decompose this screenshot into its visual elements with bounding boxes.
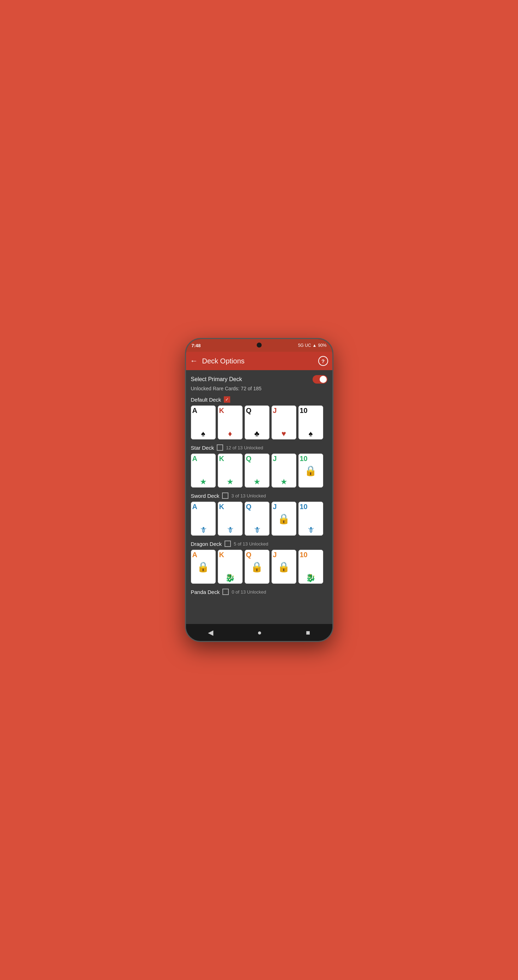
toggle-knob [320, 376, 327, 383]
page-title: Deck Options [202, 357, 318, 365]
deck-checkbox-2[interactable] [222, 493, 228, 499]
deck-header-3: Dragon Deck5 of 13 Unlocked [191, 541, 327, 547]
card-suit-0-3: ♥ [281, 430, 286, 438]
card-1-3[interactable]: J★ [271, 453, 296, 487]
card-rank-1-1: K [219, 455, 241, 462]
lock-icon-3-0: 🔒 [197, 561, 209, 573]
deck-name-1: Star Deck [191, 445, 214, 451]
battery-icon: 90% [318, 343, 326, 348]
card-suit-1-2: ★ [253, 478, 261, 486]
card-locked-overlay-3-2: 🔒 [245, 550, 269, 583]
card-1-0[interactable]: A★ [191, 453, 216, 487]
card-2-4[interactable]: 10🗡 [298, 502, 323, 536]
card-2-0[interactable]: A🗡 [191, 502, 216, 536]
power-button[interactable] [332, 382, 333, 396]
help-button[interactable]: ? [318, 356, 328, 366]
network-icon: 5G UC [298, 343, 311, 348]
card-3-3[interactable]: J🔒 [271, 550, 296, 584]
status-bar: 7:48 5G UC ▲ 90% [186, 339, 332, 352]
card-rank-1-0: A [192, 455, 214, 462]
deck-checkbox-1[interactable] [217, 444, 223, 451]
camera-notch [257, 342, 261, 347]
deck-header-1: Star Deck12 of 13 Unlocked [191, 444, 327, 451]
lock-icon-3-2: 🔒 [251, 561, 263, 573]
lock-icon-1-4: 🔒 [304, 465, 317, 477]
deck-checkbox-4[interactable] [222, 589, 229, 595]
app-bar: ← Deck Options ? [186, 352, 332, 370]
card-locked-overlay-2-3: 🔒 [272, 502, 296, 535]
card-0-0[interactable]: A♠ [191, 406, 216, 439]
card-locked-overlay-3-0: 🔒 [191, 550, 215, 583]
back-button[interactable]: ← [190, 356, 198, 366]
card-1-4[interactable]: 10🔒 [298, 453, 323, 487]
card-rank-3-4: 10 [300, 551, 322, 558]
card-suit-3-1: 🐉 [225, 574, 235, 582]
deck-checkbox-0[interactable] [224, 396, 230, 402]
primary-deck-label: Select Primary Deck [191, 376, 242, 382]
deck-checkbox-3[interactable] [225, 541, 231, 547]
card-suit-1-1: ★ [226, 478, 234, 486]
card-rank-2-4: 10 [300, 503, 322, 510]
deck-name-2: Sword Deck [191, 493, 220, 499]
card-0-1[interactable]: K♦ [218, 406, 242, 439]
status-icons: 5G UC ▲ 90% [298, 343, 327, 348]
card-suit-2-0: 🗡 [199, 526, 207, 534]
card-rank-1-2: Q [246, 455, 268, 462]
card-rank-0-4: 10 [300, 407, 322, 414]
cards-row-3: A🔒K🐉Q🔒J🔒10🐉 [191, 550, 327, 584]
card-0-4[interactable]: 10♠ [298, 406, 323, 439]
card-3-0[interactable]: A🔒 [191, 550, 216, 584]
deck-name-0: Default Deck [191, 397, 222, 402]
card-1-1[interactable]: K★ [218, 453, 242, 487]
card-rank-1-3: J [273, 455, 295, 462]
lock-icon-2-3: 🔒 [277, 513, 290, 525]
deck-header-2: Sword Deck3 of 13 Unlocked [191, 493, 327, 499]
power-button-2[interactable] [332, 399, 333, 413]
primary-deck-row: Select Primary Deck [191, 375, 327, 383]
nav-recent-button[interactable]: ■ [306, 628, 310, 637]
deck-unlock-count-3: 5 of 13 Unlocked [234, 541, 268, 547]
deck-unlock-count-1: 12 of 13 Unlocked [226, 445, 263, 450]
card-suit-3-4: 🐉 [306, 574, 316, 582]
card-2-2[interactable]: Q🗡 [245, 502, 269, 536]
card-rank-2-1: K [219, 503, 241, 510]
card-2-1[interactable]: K🗡 [218, 502, 242, 536]
deck-section-4: Panda Deck0 of 13 Unlocked [191, 589, 327, 595]
lock-icon-3-3: 🔒 [277, 561, 290, 573]
card-rank-2-2: Q [246, 503, 268, 510]
card-3-4[interactable]: 10🐉 [298, 550, 323, 584]
deck-section-1: Star Deck12 of 13 UnlockedA★K★Q★J★10🔒 [191, 444, 327, 487]
nav-bar: ◀ ● ■ [186, 624, 332, 641]
card-rank-0-3: J [273, 407, 295, 414]
cards-row-1: A★K★Q★J★10🔒 [191, 453, 327, 487]
card-suit-0-2: ♣ [254, 430, 259, 438]
deck-unlock-count-2: 3 of 13 Unlocked [231, 493, 266, 498]
main-content: Select Primary Deck Unlocked Rare Cards:… [186, 370, 332, 624]
nav-back-button[interactable]: ◀ [208, 628, 213, 637]
volume-up-button[interactable] [185, 374, 186, 385]
primary-deck-toggle[interactable] [312, 375, 327, 383]
card-suit-0-1: ♦ [228, 430, 232, 438]
card-1-2[interactable]: Q★ [245, 453, 269, 487]
card-3-2[interactable]: Q🔒 [245, 550, 269, 584]
status-time: 7:48 [192, 343, 201, 348]
nav-home-button[interactable]: ● [257, 628, 261, 637]
deck-section-3: Dragon Deck5 of 13 UnlockedA🔒K🐉Q🔒J🔒10🐉 [191, 541, 327, 584]
cards-row-2: A🗡K🗡Q🗡J🔒10🗡 [191, 502, 327, 536]
card-locked-overlay-3-3: 🔒 [272, 550, 296, 583]
deck-header-0: Default Deck [191, 396, 327, 402]
card-0-3[interactable]: J♥ [271, 406, 296, 439]
card-0-2[interactable]: Q♣ [245, 406, 269, 439]
card-3-1[interactable]: K🐉 [218, 550, 242, 584]
deck-name-4: Panda Deck [191, 589, 220, 595]
signal-icon: ▲ [312, 343, 317, 348]
card-2-3[interactable]: J🔒 [271, 502, 296, 536]
card-suit-1-3: ★ [281, 478, 287, 486]
decks-container: Default DeckA♠K♦Q♣J♥10♠Star Deck12 of 13… [191, 396, 327, 595]
card-locked-overlay-1-4: 🔒 [299, 454, 323, 487]
card-rank-0-2: Q [246, 407, 268, 414]
deck-name-3: Dragon Deck [191, 541, 222, 547]
volume-down-button[interactable] [185, 388, 186, 399]
deck-unlock-count-4: 0 of 13 Unlocked [232, 589, 266, 595]
card-suit-1-0: ★ [200, 478, 207, 486]
